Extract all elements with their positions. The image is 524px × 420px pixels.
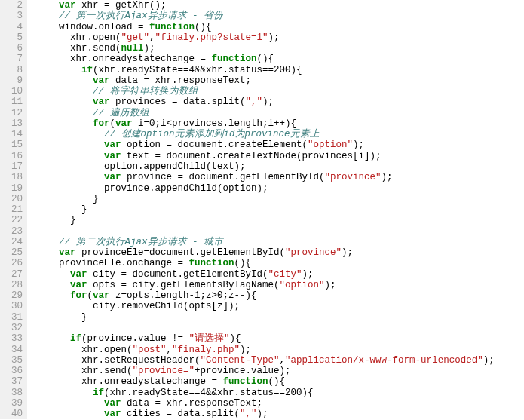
line-number: 22 — [0, 215, 23, 225]
code-line: if(xhr.readyState==4&&xhr.status==200){ — [36, 388, 495, 398]
code-line: for(var z=opts.length-1;z>0;z--){ — [36, 290, 495, 301]
code-line: var opts = city.getElementsByTagName("op… — [36, 280, 495, 290]
code-line — [36, 226, 495, 237]
line-number: 9 — [0, 75, 23, 86]
line-number: 35 — [0, 355, 23, 366]
code-line: var data = xhr.responseText; — [36, 398, 495, 409]
code-line: var text = document.createTextNode(provi… — [36, 151, 495, 161]
line-number: 6 — [0, 43, 23, 54]
line-number: 17 — [0, 161, 23, 172]
code-line: xhr.setRequestHeader("Content-Type","app… — [36, 355, 495, 366]
code-line: var data = xhr.responseText; — [36, 75, 495, 86]
code-line — [36, 323, 495, 333]
code-line: xhr.onreadystatechange = function(){ — [36, 54, 495, 64]
line-number: 20 — [0, 194, 23, 204]
code-line: if(xhr.readyState==4&&xhr.status==200){ — [36, 65, 495, 75]
line-number: 21 — [0, 204, 23, 215]
line-number: 3 — [0, 11, 23, 21]
code-line: var provinceEle=document.getElementById(… — [36, 247, 495, 258]
code-line: window.onload = function(){ — [36, 22, 495, 32]
line-number: 2 — [0, 0, 23, 11]
line-number: 25 — [0, 247, 23, 258]
code-line: // 创建option元素添加到id为province元素上 — [36, 129, 495, 139]
line-number: 14 — [0, 129, 23, 139]
code-line: xhr.onreadystatechange = function(){ — [36, 376, 495, 387]
line-number: 7 — [0, 54, 23, 64]
code-line: } — [36, 204, 495, 215]
line-number: 5 — [0, 32, 23, 43]
line-number: 37 — [0, 376, 23, 387]
code-line: var xhr = getXhr(); — [36, 0, 495, 11]
line-number-gutter: 2345678910111213141516171819202122232425… — [0, 0, 27, 419]
code-line: xhr.open("post","finaly.php"); — [36, 345, 495, 355]
line-number: 19 — [0, 183, 23, 194]
code-line: // 遍历数组 — [36, 108, 495, 118]
line-number: 23 — [0, 226, 23, 237]
code-line: } — [36, 215, 495, 225]
code-line: } — [36, 194, 495, 204]
code-line: // 将字符串转换为数组 — [36, 86, 495, 97]
line-number: 15 — [0, 139, 23, 150]
line-number: 11 — [0, 97, 23, 107]
code-line: option.appendChild(text); — [36, 161, 495, 172]
code-line: xhr.open("get","finaly.php?state=1"); — [36, 32, 495, 43]
line-number: 31 — [0, 312, 23, 323]
line-number: 39 — [0, 398, 23, 409]
code-line: } — [36, 312, 495, 323]
line-number: 36 — [0, 366, 23, 376]
line-number: 29 — [0, 290, 23, 301]
line-number: 30 — [0, 301, 23, 311]
line-number: 18 — [0, 172, 23, 182]
line-number: 10 — [0, 86, 23, 97]
line-number: 32 — [0, 323, 23, 333]
line-number: 26 — [0, 258, 23, 268]
line-number: 33 — [0, 333, 23, 344]
line-number: 12 — [0, 108, 23, 118]
code-line: var provinces = data.split(","); — [36, 97, 495, 107]
line-number: 8 — [0, 65, 23, 75]
code-line: var province = document.getElementById("… — [36, 172, 495, 182]
code-line: var city = document.getElementById("city… — [36, 269, 495, 280]
code-line: city.removeChild(opts[z]); — [36, 301, 495, 311]
code-line: var option = document.createElement("opt… — [36, 139, 495, 150]
line-number: 28 — [0, 280, 23, 290]
code-line: xhr.send("province="+province.value); — [36, 366, 495, 376]
line-number: 38 — [0, 388, 23, 398]
line-number: 34 — [0, 345, 23, 355]
code-line: province.appendChild(option); — [36, 183, 495, 194]
line-number: 4 — [0, 22, 23, 32]
code-line: provinceEle.onchange = function(){ — [36, 258, 495, 268]
line-number: 27 — [0, 269, 23, 280]
code-line: // 第二次执行Ajax异步请求 - 城市 — [36, 237, 495, 247]
line-number: 16 — [0, 151, 23, 161]
code-line: // 第一次执行Ajax异步请求 - 省份 — [36, 11, 495, 21]
code-line: var cities = data.split(","); — [36, 409, 495, 419]
code-area: var xhr = getXhr(); // 第一次执行Ajax异步请求 - 省… — [27, 0, 495, 419]
line-number: 13 — [0, 118, 23, 129]
code-line: for(var i=0;i<provinces.length;i++){ — [36, 118, 495, 129]
line-number: 24 — [0, 237, 23, 247]
code-line: if(province.value != "请选择"){ — [36, 333, 495, 344]
line-number: 40 — [0, 409, 23, 419]
code-line: xhr.send(null); — [36, 43, 495, 54]
